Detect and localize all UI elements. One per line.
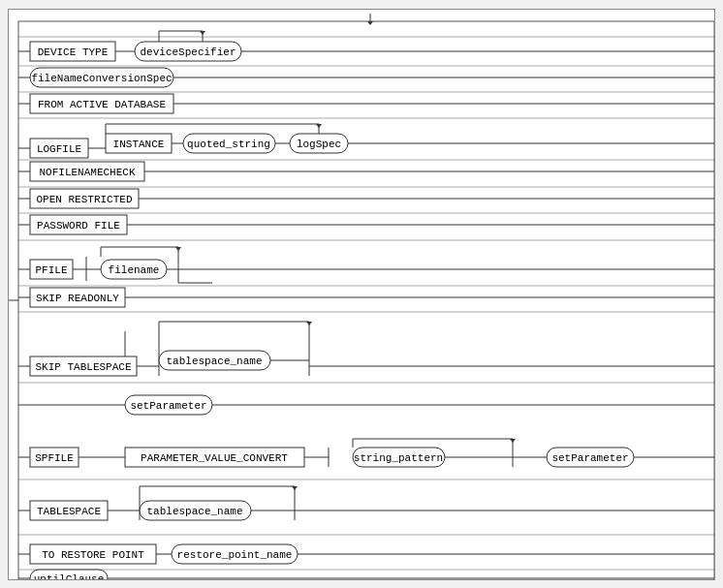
svg-rect-61 (101, 260, 167, 279)
svg-rect-7 (30, 42, 115, 61)
svg-marker-107 (292, 486, 298, 490)
svg-rect-33 (183, 134, 275, 153)
restore-point-name-label: restore_point_name (177, 549, 293, 561)
to-restore-point-label: TO RESTORE POINT (42, 549, 144, 561)
open-restricted-label: OPEN RESTRICTED (36, 194, 132, 205)
svg-rect-112 (140, 501, 251, 520)
svg-marker-27 (316, 124, 322, 128)
quoted-string-label: quoted_string (187, 139, 270, 150)
set-parameter1-label: setParameter (130, 400, 206, 412)
tablespace-name2-label: tablespace_name (146, 506, 242, 517)
tablespace-name1-label: tablespace_name (166, 356, 262, 367)
device-type-label: DEVICE TYPE (38, 46, 109, 58)
instance-label: INSTANCE (113, 139, 165, 150)
svg-rect-90 (125, 448, 304, 467)
svg-rect-76 (30, 356, 137, 376)
svg-rect-0 (18, 21, 714, 579)
svg-rect-118 (30, 544, 156, 564)
logfile-label: LOGFILE (37, 143, 82, 155)
skip-readonly-label: SKIP READONLY (36, 293, 119, 304)
svg-rect-29 (30, 139, 88, 158)
log-spec-label: logSpec (297, 139, 341, 150)
svg-rect-39 (30, 162, 144, 181)
until-clause-label: untilClause (34, 573, 105, 579)
svg-marker-73 (306, 322, 312, 325)
nofilenamecheck-label: NOFILENAMECHECK (39, 167, 135, 178)
svg-marker-12 (200, 31, 205, 35)
svg-marker-53 (175, 247, 181, 251)
set-parameter2-label: setParameter (551, 452, 628, 464)
svg-rect-120 (172, 544, 298, 564)
svg-marker-96 (510, 439, 516, 443)
pfile-label: PFILE (35, 264, 67, 276)
svg-rect-47 (30, 215, 127, 234)
svg-rect-101 (547, 448, 634, 467)
svg-rect-79 (159, 351, 270, 370)
tablespace-label: TABLESPACE (37, 506, 101, 517)
svg-rect-31 (106, 134, 172, 153)
svg-marker-4 (367, 21, 373, 25)
password-file-label: PASSWORD FILE (37, 220, 120, 232)
svg-rect-21 (30, 94, 173, 113)
svg-rect-57 (30, 260, 73, 279)
railroad-diagram: DEVICE TYPE deviceSpecifier fileNameConv… (9, 10, 714, 579)
device-specifier-label: deviceSpecifier (140, 46, 236, 58)
svg-rect-124 (30, 570, 108, 579)
svg-rect-67 (30, 288, 125, 307)
diagram-container: DEVICE TYPE deviceSpecifier fileNameConv… (8, 9, 715, 580)
svg-rect-85 (125, 395, 212, 415)
from-active-db-label: FROM ACTIVE DATABASE (38, 99, 166, 110)
string-pattern-label: string_pattern (354, 452, 443, 464)
skip-tablespace-label: SKIP TABLESPACE (35, 361, 131, 373)
svg-rect-17 (30, 68, 173, 87)
svg-rect-35 (290, 134, 348, 153)
svg-rect-13 (135, 42, 241, 61)
svg-rect-43 (30, 189, 139, 208)
parameter-value-convert-label: PARAMETER_VALUE_CONVERT (141, 452, 288, 464)
svg-rect-88 (30, 448, 79, 467)
filename-label: filename (109, 264, 160, 276)
svg-rect-97 (353, 448, 445, 467)
filename-conversion-label: fileNameConversionSpec (31, 73, 172, 84)
spfile-label: SPFILE (35, 452, 74, 464)
svg-rect-109 (30, 501, 108, 520)
